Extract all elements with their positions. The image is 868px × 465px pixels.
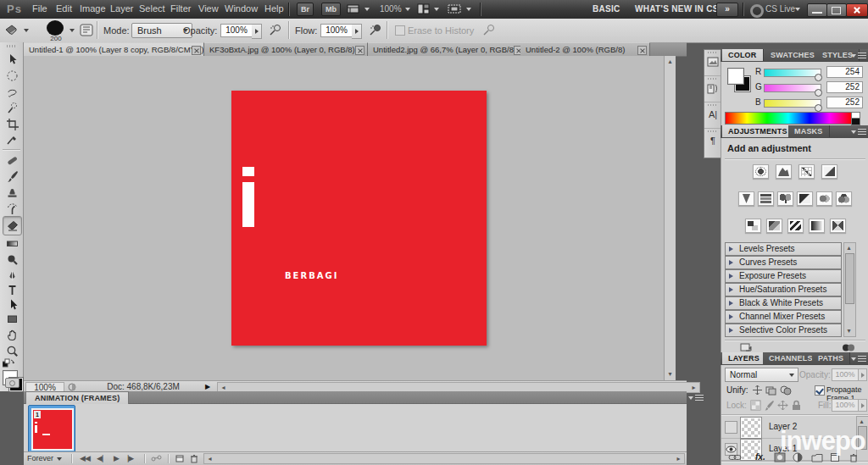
arrange-documents-button[interactable]	[417, 3, 430, 14]
scroll-left-icon[interactable]: ◂	[204, 454, 215, 463]
propagate-frame-checkbox[interactable]	[815, 385, 825, 396]
move-tool[interactable]	[4, 53, 19, 67]
preset-exposure[interactable]: Exposure Presets	[725, 269, 842, 283]
preset-selective-color[interactable]: Selective Color Presets	[725, 324, 842, 337]
mini-bridge-panel-button[interactable]	[704, 50, 721, 76]
frame-thumbnail[interactable]: 1	[31, 408, 74, 451]
pen-tool[interactable]	[4, 268, 19, 283]
posterize-icon[interactable]	[766, 219, 782, 233]
workspace-whats-new[interactable]: WHAT'S NEW IN CS5	[635, 4, 724, 14]
lock-transparency-icon[interactable]	[750, 400, 761, 411]
view-extras-button[interactable]	[347, 3, 360, 14]
menu-select[interactable]: Select	[139, 3, 165, 14]
flow-field[interactable]: 100%	[320, 24, 353, 37]
preset-curves[interactable]: Curves Presets	[725, 256, 842, 269]
screen-mode-caret[interactable]	[466, 8, 471, 11]
lock-pixels-icon[interactable]	[764, 400, 775, 411]
opacity-spinner[interactable]	[252, 24, 262, 39]
vibrance-icon[interactable]	[738, 191, 754, 206]
scroll-down-icon[interactable]: ▾	[844, 326, 854, 336]
clip-to-layer-icon[interactable]	[842, 343, 855, 352]
spot-healing-brush-tool[interactable]	[4, 153, 19, 168]
menu-window[interactable]: Window	[225, 3, 258, 14]
brightness-contrast-icon[interactable]	[753, 164, 769, 179]
exposure-icon[interactable]	[821, 164, 837, 179]
panel-grip[interactable]	[7, 45, 17, 47]
arrange-documents-caret[interactable]	[434, 8, 439, 11]
black-white-icon[interactable]	[797, 191, 813, 206]
tab-layers[interactable]: LAYERS	[722, 352, 766, 364]
channel-r-slider[interactable]	[764, 69, 821, 77]
eyedropper-tool[interactable]	[4, 133, 19, 147]
menu-file[interactable]: File	[32, 3, 47, 14]
scroll-up-icon[interactable]: ▴	[665, 57, 676, 67]
selective-color-icon[interactable]	[830, 219, 846, 233]
gradient-map-icon[interactable]	[809, 219, 825, 233]
foreground-color-swatch[interactable]	[727, 68, 744, 85]
new-frame-button[interactable]	[175, 454, 185, 463]
lock-position-icon[interactable]	[777, 400, 788, 411]
curves-icon[interactable]	[798, 164, 815, 179]
clone-stamp-tool[interactable]	[4, 185, 19, 200]
lock-all-icon[interactable]	[791, 400, 802, 411]
hue-saturation-icon[interactable]	[758, 191, 774, 206]
marquee-tool[interactable]	[4, 69, 19, 83]
quick-mask-button[interactable]	[5, 378, 19, 388]
default-colors-icon[interactable]	[3, 358, 14, 368]
document-canvas-area[interactable]: BERBAGI ▴ ▾	[24, 56, 676, 380]
layer-style-fx-icon[interactable]: fx.	[755, 452, 765, 462]
launch-bridge-button[interactable]: Br	[297, 3, 314, 16]
menu-layer[interactable]: Layer	[110, 3, 134, 14]
scroll-up-icon[interactable]: ▴	[844, 243, 854, 253]
rectangle-tool[interactable]	[4, 312, 19, 326]
layer-opacity-field[interactable]: 100%	[832, 368, 859, 381]
tween-button[interactable]	[151, 454, 163, 463]
channel-g-slider-thumb[interactable]	[815, 89, 822, 97]
menu-image[interactable]: Image	[80, 3, 106, 14]
vertical-scrollbar[interactable]: ▴ ▾	[664, 56, 676, 380]
brush-preview-circle[interactable]	[47, 20, 64, 36]
restore-button[interactable]	[826, 3, 847, 17]
layer-fill-field[interactable]: 100%	[832, 399, 859, 412]
launch-mini-bridge-button[interactable]: Mb	[321, 3, 341, 16]
workspace-overflow-button[interactable]: »	[716, 3, 738, 17]
menu-help[interactable]: Help	[264, 3, 284, 14]
scrollbar-thumb[interactable]	[845, 253, 854, 304]
path-selection-tool[interactable]	[4, 297, 19, 312]
invert-icon[interactable]	[745, 219, 761, 233]
gradient-tool[interactable]	[4, 236, 19, 251]
scroll-right-icon[interactable]: ▸	[688, 383, 699, 392]
adjustments-panel-menu-icon[interactable]	[851, 128, 866, 136]
animation-panel-menu-icon[interactable]	[688, 394, 704, 402]
channel-r-value[interactable]: 254	[826, 66, 863, 78]
threshold-icon[interactable]	[787, 219, 804, 233]
type-tool[interactable]	[4, 283, 19, 297]
eraser-tool-selected[interactable]	[3, 216, 22, 235]
menu-edit[interactable]: Edit	[56, 3, 72, 14]
document-tab-2[interactable]: KF3oBxtA.jpg @ 100% (Layer 0, RGB/8) *	[204, 42, 368, 56]
channel-b-slider-thumb[interactable]	[815, 104, 822, 112]
erase-to-history-checkbox[interactable]	[395, 25, 405, 36]
tab-adjustments[interactable]: ADJUSTMENTS	[722, 125, 794, 137]
quick-selection-tool[interactable]	[4, 101, 19, 115]
channel-g-slider[interactable]	[764, 84, 821, 92]
color-spectrum-ramp[interactable]	[725, 112, 852, 125]
tab-masks[interactable]: MASKS	[788, 125, 830, 137]
first-frame-button[interactable]: ◀◀	[80, 454, 90, 462]
document-tab-3[interactable]: Untitled2.jpg @ 66,7% (Layer 0, RGB/8#) …	[368, 42, 526, 56]
airbrush-flow-icon[interactable]	[368, 24, 382, 37]
canvas-artwork[interactable]: BERBAGI	[231, 91, 487, 346]
layer-thumbnail[interactable]	[740, 417, 762, 439]
doc-size-info[interactable]: Doc: 468,8K/6,23M	[83, 382, 203, 391]
next-frame-button[interactable]: |▶	[127, 454, 133, 462]
delete-frame-button[interactable]	[189, 453, 199, 463]
close-icon[interactable]	[192, 46, 201, 55]
eraser-tool-preset-icon[interactable]	[4, 23, 19, 36]
opacity-field[interactable]: 100%	[220, 24, 253, 37]
airbrush-pressure-icon[interactable]	[481, 24, 496, 37]
link-layers-icon[interactable]	[728, 453, 742, 462]
character-panel-button[interactable]: A|	[704, 102, 721, 129]
tool-preset-caret[interactable]	[24, 29, 29, 32]
toggle-brush-panel-button[interactable]	[80, 24, 94, 37]
scroll-down-icon[interactable]: ▾	[665, 369, 676, 379]
